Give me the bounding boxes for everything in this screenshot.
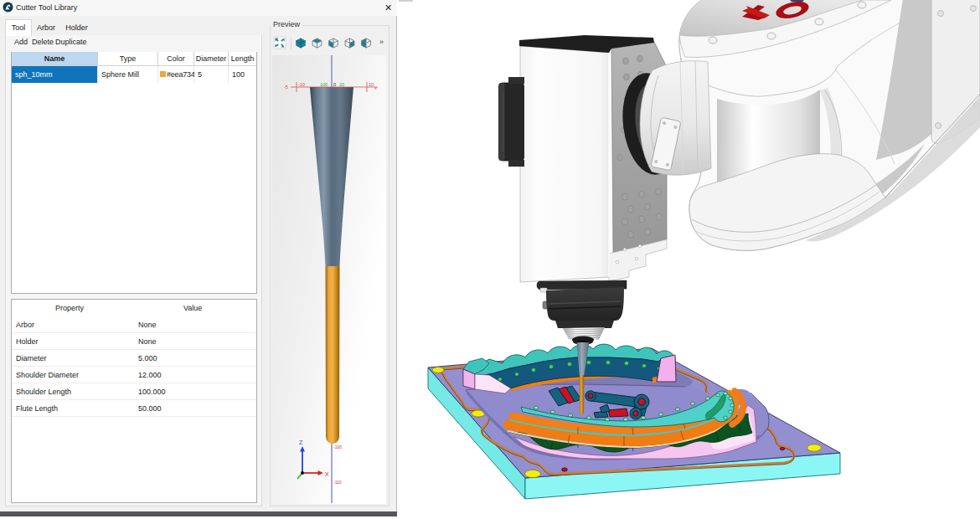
svg-text:20: 20 [339, 82, 344, 87]
svg-text:-10: -10 [298, 82, 305, 87]
svg-text:x: x [374, 85, 377, 90]
svg-text:X: X [325, 471, 329, 477]
svg-text:10: 10 [369, 82, 374, 87]
svg-text:-5: -5 [284, 85, 288, 90]
svg-text:0: 0 [333, 82, 336, 87]
svg-text:100: 100 [320, 82, 328, 87]
svg-text:-110: -110 [333, 480, 342, 485]
svg-text:Z: Z [299, 439, 303, 445]
svg-text:-100: -100 [333, 444, 342, 450]
